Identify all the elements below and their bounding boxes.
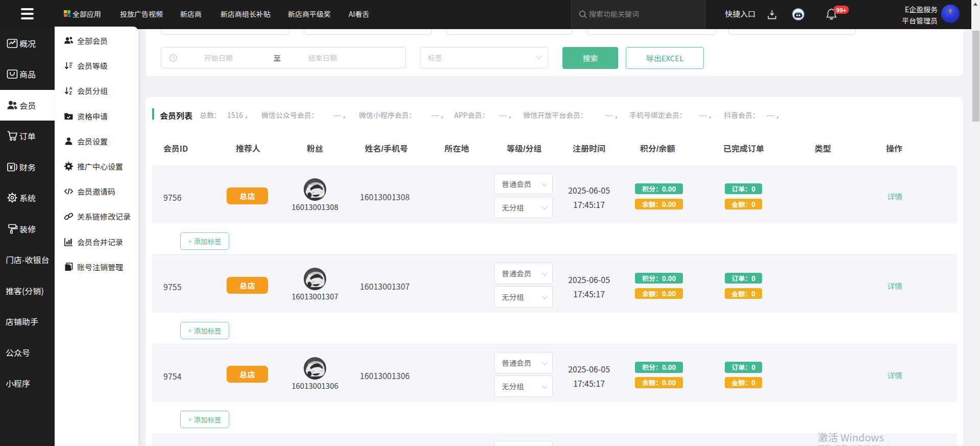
svg-text:Z: Z bbox=[69, 90, 72, 96]
